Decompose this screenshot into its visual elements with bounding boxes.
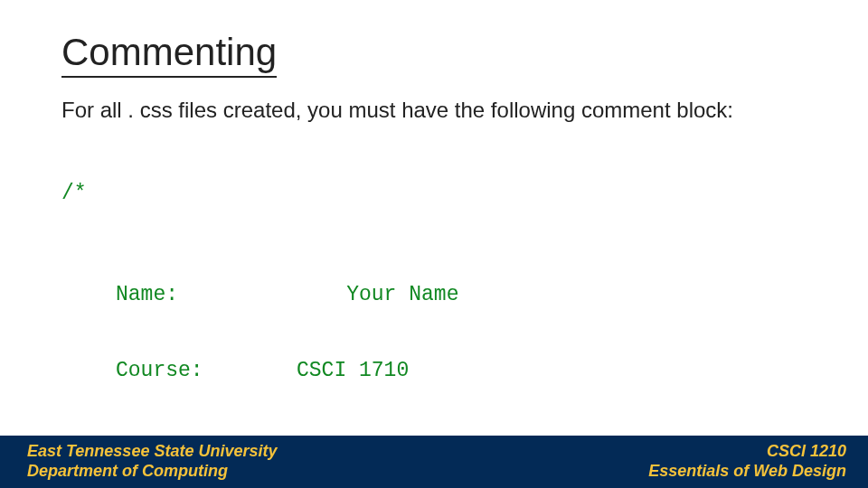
code-block: /* Name: Your Name Course: CSCI 1710 Ass… [61, 130, 759, 488]
footer: East Tennessee State University Departme… [0, 436, 868, 488]
intro-text: For all . css files created, you must ha… [61, 98, 733, 123]
comment-open: /* [61, 181, 759, 206]
footer-left: East Tennessee State University Departme… [27, 442, 277, 481]
code-value: CSCI 1710 [297, 358, 759, 383]
footer-course-name: Essentials of Web Design [648, 462, 846, 482]
code-label: Course: [61, 358, 297, 383]
code-label: Name: [61, 282, 297, 307]
code-row: Course: CSCI 1710 [61, 358, 759, 383]
footer-university: East Tennessee State University [27, 442, 277, 462]
slide: Commenting For all . css files created, … [0, 0, 868, 488]
code-row: Name: Your Name [61, 282, 759, 307]
code-value: Your Name [297, 282, 759, 307]
footer-department: Department of Computing [27, 462, 277, 482]
footer-course-code: CSCI 1210 [767, 442, 846, 462]
slide-title: Commenting [61, 31, 277, 78]
footer-right: CSCI 1210 Essentials of Web Design [648, 442, 846, 481]
